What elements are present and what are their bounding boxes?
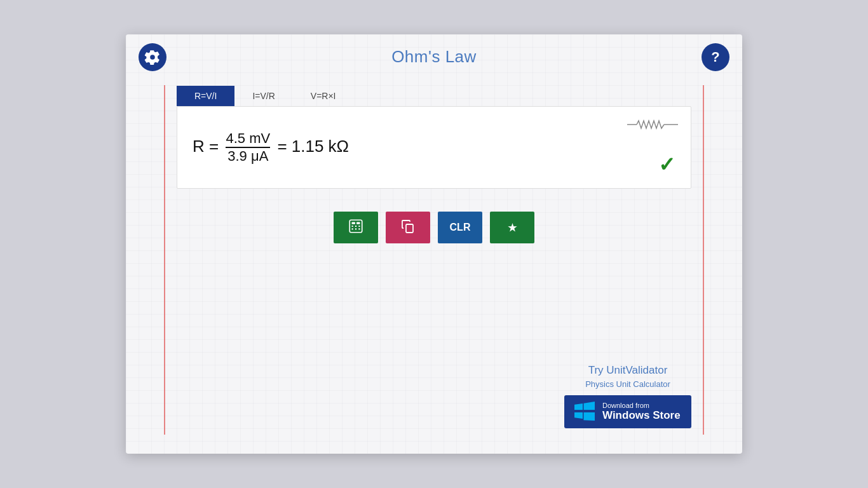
svg-rect-7 (355, 226, 356, 227)
calculator-icon (348, 218, 364, 237)
svg-rect-9 (352, 228, 353, 229)
windows-store-button[interactable]: Download from Windows Store (564, 395, 691, 428)
app-container: Ohm's Law ? R=V/I I=V/R V=R×I R (126, 34, 742, 454)
formula-denominator: 3.9 μA (227, 148, 268, 163)
settings-button[interactable] (139, 43, 166, 71)
gear-icon (144, 49, 161, 65)
formula-box: R = 4.5 mV 3.9 μA = 1.15 kΩ ✓ (177, 106, 691, 189)
copy-icon (400, 219, 416, 236)
help-button[interactable]: ? (702, 43, 729, 71)
store-name-label: Windows Store (602, 409, 681, 422)
promo-subtitle: Physics Unit Calculator (564, 379, 691, 389)
help-icon: ? (711, 49, 719, 65)
store-download-label: Download from (602, 402, 681, 409)
formula-tabs: R=V/I I=V/R V=R×I (177, 86, 691, 106)
svg-rect-10 (355, 228, 356, 229)
svg-rect-6 (352, 226, 353, 227)
promo-section: Try UnitValidator Physics Unit Calculato… (564, 364, 691, 428)
clr-label: CLR (450, 222, 471, 233)
formula-numerator: 4.5 mV (226, 132, 270, 148)
clear-button[interactable]: CLR (438, 212, 482, 243)
tab-i[interactable]: I=V/R (234, 86, 292, 106)
formula-equals-1: = (209, 137, 223, 156)
action-buttons: CLR ★ (177, 212, 691, 243)
header: Ohm's Law ? (126, 34, 742, 79)
promo-title: Try UnitValidator (564, 364, 691, 377)
main-content: R=V/I I=V/R V=R×I R = 4.5 mV 3.9 μA (126, 79, 742, 256)
check-icon: ✓ (658, 152, 675, 177)
svg-rect-12 (406, 224, 413, 233)
store-button-text: Download from Windows Store (602, 402, 681, 422)
formula-result: = 1.15 kΩ (277, 137, 349, 156)
formula-fraction: 4.5 mV 3.9 μA (226, 132, 270, 163)
resistor-icon-svg (627, 118, 678, 131)
svg-rect-11 (358, 228, 360, 229)
app-title: Ohm's Law (391, 47, 477, 67)
svg-rect-8 (358, 226, 360, 227)
windows-logo-icon (574, 402, 595, 422)
formula-display: R = 4.5 mV 3.9 μA = 1.15 kΩ (193, 132, 349, 163)
svg-rect-4 (352, 222, 355, 224)
favorite-button[interactable]: ★ (490, 212, 534, 243)
tab-v[interactable]: V=R×I (293, 86, 354, 106)
star-icon: ★ (508, 222, 517, 234)
copy-button[interactable] (386, 212, 430, 243)
calculate-button[interactable] (334, 212, 378, 243)
formula-variable: R (193, 137, 205, 156)
svg-rect-5 (356, 222, 360, 224)
resistor-symbol (627, 118, 678, 133)
tab-r[interactable]: R=V/I (177, 86, 234, 106)
